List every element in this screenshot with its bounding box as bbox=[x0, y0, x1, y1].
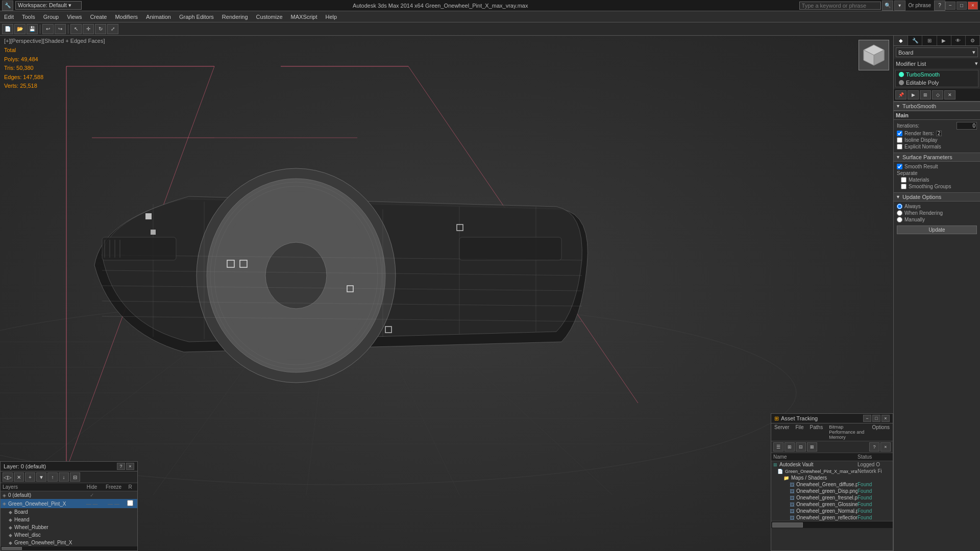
rotate-button[interactable]: ↻ bbox=[95, 24, 106, 34]
undo-button[interactable]: ↩ bbox=[42, 24, 54, 34]
modifier-list-dropdown-arrow[interactable]: ▾ bbox=[975, 60, 978, 67]
update-button[interactable]: Update bbox=[897, 226, 977, 234]
asset-tool-details[interactable]: ⊟ bbox=[796, 442, 806, 452]
asset-row-vault[interactable]: ⊞ Autodesk Vault Logged O bbox=[771, 461, 893, 468]
layer-row-wheel-disc[interactable]: ◆ Wheel_disc bbox=[1, 531, 137, 539]
explicit-normals-checkbox[interactable] bbox=[897, 144, 902, 149]
layers-tool-merge[interactable]: ▼ bbox=[36, 472, 46, 482]
search-options-button[interactable]: ▾ bbox=[894, 1, 905, 11]
asset-menu-paths[interactable]: Paths bbox=[807, 423, 826, 441]
mod-pin-button[interactable]: 📌 bbox=[895, 90, 906, 99]
mod-make-unique-button[interactable]: ◇ bbox=[932, 90, 943, 99]
menu-create[interactable]: Create bbox=[86, 13, 111, 21]
search-input[interactable] bbox=[799, 2, 881, 10]
asset-min-button[interactable]: − bbox=[863, 415, 871, 422]
modifier-turbosmooth[interactable]: TurboSmooth bbox=[896, 70, 978, 79]
search-button[interactable]: 🔍 bbox=[882, 1, 893, 11]
menu-graph-editors[interactable]: Graph Editors bbox=[175, 13, 218, 21]
layers-scrollbar[interactable] bbox=[1, 546, 137, 550]
asset-tool-icons[interactable]: ⊞ bbox=[785, 442, 795, 452]
rpanel-tab-display[interactable]: 👁 bbox=[951, 36, 966, 45]
asset-tool-thumbnails[interactable]: ⊠ bbox=[807, 442, 817, 452]
move-button[interactable]: ✛ bbox=[83, 24, 94, 34]
smooth-result-checkbox[interactable] bbox=[897, 164, 902, 169]
menu-tools[interactable]: Tools bbox=[18, 13, 39, 21]
redo-button[interactable]: ↪ bbox=[55, 24, 66, 34]
update-section-header[interactable]: ▼ Update Options bbox=[894, 192, 980, 202]
rpanel-tab-create[interactable]: ◆ bbox=[894, 36, 908, 45]
help-icon-button[interactable]: ? bbox=[934, 1, 945, 11]
asset-row-glossiness[interactable]: 🖼 Onewheel_green_Glossiness.png Found bbox=[771, 501, 893, 508]
minimize-button[interactable]: − bbox=[945, 2, 955, 10]
layers-help-button[interactable]: ? bbox=[117, 463, 125, 470]
asset-scrollbar-horizontal[interactable] bbox=[771, 521, 893, 528]
layers-tool-down[interactable]: ↓ bbox=[59, 472, 69, 482]
layers-tool-flatten[interactable]: ⊟ bbox=[70, 472, 80, 482]
isoline-checkbox[interactable] bbox=[897, 137, 902, 143]
layers-titlebar[interactable]: Layer: 0 (default) ? × bbox=[1, 462, 137, 471]
smoothing-groups-checkbox[interactable] bbox=[901, 184, 906, 189]
rpanel-tab-hier[interactable]: ⊞ bbox=[922, 36, 937, 45]
viewport[interactable]: [+][Perspective][Shaded + Edged Faces] T… bbox=[0, 36, 893, 551]
layers-tool-delete[interactable]: ✕ bbox=[14, 472, 24, 482]
asset-max-button[interactable]: □ bbox=[872, 415, 880, 422]
asset-row-normal[interactable]: 🖼 Onewheel_green_Normal.png Found bbox=[771, 508, 893, 514]
asset-menu-bitmap[interactable]: Bitmap Performance and Memory bbox=[826, 423, 869, 441]
manually-radio[interactable] bbox=[897, 217, 902, 222]
menu-modifiers[interactable]: Modifiers bbox=[111, 13, 142, 21]
asset-menu-file[interactable]: File bbox=[792, 423, 806, 441]
render-iters-checkbox[interactable] bbox=[897, 131, 902, 136]
menu-customize[interactable]: Customize bbox=[252, 13, 287, 21]
layer-row-green-onewheel[interactable]: ◈ Green_Onewheel_Pint_X — — — — bbox=[1, 499, 137, 508]
asset-row-max-file[interactable]: 📄 Green_Onewheel_Pint_X_max_vray.max Net… bbox=[771, 468, 893, 474]
materials-checkbox[interactable] bbox=[901, 177, 906, 183]
asset-tool-help[interactable]: ? bbox=[869, 442, 879, 452]
render-iters-input[interactable] bbox=[936, 131, 942, 136]
app-icon[interactable]: 🔧 bbox=[2, 1, 13, 11]
mod-anim-button[interactable]: ▶ bbox=[908, 90, 919, 99]
save-button[interactable]: 💾 bbox=[27, 24, 38, 34]
layer-row-heand[interactable]: ◆ Heand bbox=[1, 516, 137, 523]
layer-checkbox-green[interactable] bbox=[127, 500, 133, 506]
select-button[interactable]: ↖ bbox=[70, 24, 82, 34]
menu-maxscript[interactable]: MAXScript bbox=[287, 13, 322, 21]
layer-row-default[interactable]: ◈ 0 (default) ✓ bbox=[1, 491, 137, 499]
turbosmooth-section-header[interactable]: ▼ TurboSmooth bbox=[894, 102, 980, 111]
asset-row-disp[interactable]: 🖼 Onewheel_green_Disp.png Found bbox=[771, 488, 893, 494]
iterations-input[interactable] bbox=[957, 122, 977, 130]
view-cube[interactable] bbox=[859, 40, 889, 70]
layer-row-wheel-rubber[interactable]: ◆ Wheel_Rubber bbox=[1, 523, 137, 531]
scale-button[interactable]: ⤢ bbox=[107, 24, 118, 34]
layers-close-button[interactable]: × bbox=[126, 463, 134, 470]
maximize-button[interactable]: □ bbox=[957, 2, 967, 10]
board-select[interactable]: Board ▾ bbox=[896, 47, 978, 57]
asset-tool-close[interactable]: × bbox=[880, 442, 891, 452]
rpanel-tab-motion[interactable]: ▶ bbox=[937, 36, 951, 45]
asset-menu-server[interactable]: Server bbox=[771, 423, 792, 441]
rpanel-tab-modify[interactable]: 🔧 bbox=[908, 36, 922, 45]
open-button[interactable]: 📂 bbox=[14, 24, 26, 34]
asset-titlebar[interactable]: ⊞ Asset Tracking − □ × bbox=[771, 414, 893, 423]
layers-tool-up[interactable]: ↑ bbox=[47, 472, 58, 482]
asset-menu-options[interactable]: Options bbox=[869, 423, 893, 441]
close-button[interactable]: × bbox=[968, 2, 978, 10]
when-rendering-radio[interactable] bbox=[897, 210, 902, 216]
new-button[interactable]: 📄 bbox=[2, 24, 13, 34]
menu-help[interactable]: Help bbox=[322, 13, 341, 21]
modifier-editable-poly[interactable]: Editable Poly bbox=[896, 79, 978, 87]
asset-row-reflection[interactable]: 🖼 Onewheel_green_reflection.png Found bbox=[771, 514, 893, 521]
asset-close-button[interactable]: × bbox=[881, 415, 890, 422]
menu-animation[interactable]: Animation bbox=[142, 13, 175, 21]
layers-tool-select[interactable]: ◁▷ bbox=[3, 472, 13, 482]
mod-remove-button[interactable]: ✕ bbox=[944, 90, 955, 99]
layers-tool-add[interactable]: + bbox=[25, 472, 35, 482]
menu-rendering[interactable]: Rendering bbox=[218, 13, 252, 21]
menu-edit[interactable]: Edit bbox=[0, 13, 18, 21]
asset-row-diffuse[interactable]: 🖼 Onewheel_Green_diffuse.png Found bbox=[771, 481, 893, 488]
surface-section-header[interactable]: ▼ Surface Parameters bbox=[894, 153, 980, 162]
asset-row-maps[interactable]: 📁 Maps / Shaders bbox=[771, 474, 893, 481]
asset-tool-list[interactable]: ☰ bbox=[773, 442, 783, 452]
always-radio[interactable] bbox=[897, 204, 902, 209]
mod-show-end-button[interactable]: ⊞ bbox=[920, 90, 931, 99]
asset-row-fresnel[interactable]: 🖼 Onewheel_green_fresnel.png Found bbox=[771, 494, 893, 501]
